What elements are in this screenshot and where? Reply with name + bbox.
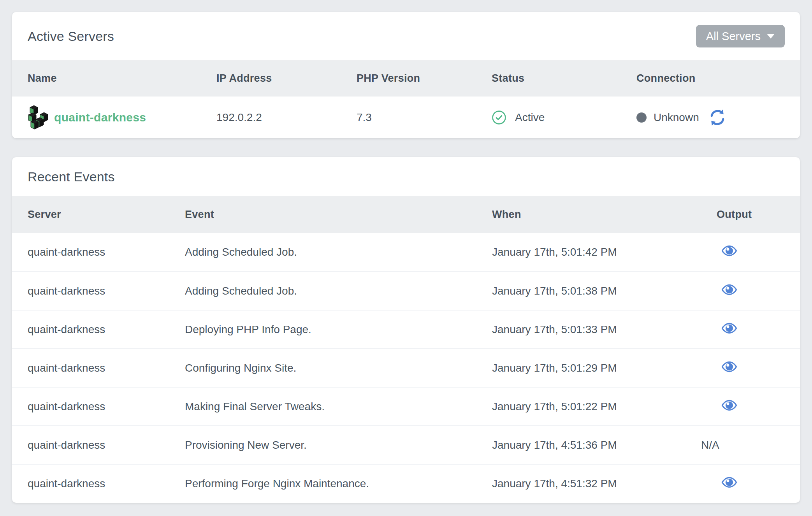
event-when-cell: January 17th, 5:01:38 PM	[476, 272, 701, 310]
server-status-cell: Active	[476, 97, 621, 138]
event-server-cell: quaint-darkness	[12, 233, 169, 272]
active-servers-card: Active Servers All Servers Name IP Addre…	[12, 12, 800, 138]
eye-icon	[721, 245, 737, 256]
column-header-php: PHP Version	[341, 60, 476, 97]
eye-icon	[721, 361, 737, 372]
event-output-cell: N/A	[701, 426, 800, 464]
view-output-button[interactable]	[721, 477, 737, 488]
server-name-cell: quaint-darkness	[12, 97, 201, 138]
view-output-button[interactable]	[721, 323, 737, 334]
event-server-cell: quaint-darkness	[12, 272, 169, 310]
gray-dot-icon	[636, 112, 647, 123]
refresh-connection-icon[interactable]	[708, 109, 726, 126]
event-name-cell: Making Final Server Tweaks.	[169, 387, 476, 426]
recent-events-title: Recent Events	[28, 169, 115, 184]
column-header-name: Name	[12, 60, 201, 97]
eye-icon	[721, 400, 737, 411]
recent-events-table: Server Event When Output quaint-darkness…	[12, 196, 800, 503]
event-output-cell	[701, 387, 800, 426]
eye-icon	[721, 323, 737, 334]
all-servers-dropdown[interactable]: All Servers	[696, 25, 785, 47]
eye-icon	[721, 477, 737, 488]
recent-events-header: Recent Events	[12, 157, 800, 196]
view-output-button[interactable]	[721, 400, 737, 411]
view-output-button[interactable]	[721, 284, 737, 295]
event-server-cell: quaint-darkness	[12, 387, 169, 426]
server-ip-cell: 192.0.2.2	[201, 97, 341, 138]
server-name-link[interactable]: quaint-darkness	[54, 111, 146, 124]
server-php-cell: 7.3	[341, 97, 476, 138]
active-servers-title: Active Servers	[28, 29, 114, 44]
server-connection-cell: Unknown	[621, 97, 800, 138]
event-when-cell: January 17th, 4:51:36 PM	[476, 426, 701, 464]
dashboard-page: Active Servers All Servers Name IP Addre…	[0, 0, 812, 515]
all-servers-dropdown-label: All Servers	[706, 30, 761, 43]
event-when-cell: January 17th, 4:51:32 PM	[476, 464, 701, 503]
event-when-cell: January 17th, 5:01:42 PM	[476, 233, 701, 272]
event-row: quaint-darkness Provisioning New Server.…	[12, 426, 800, 464]
event-output-cell	[701, 272, 800, 310]
column-header-ip: IP Address	[201, 60, 341, 97]
event-output-cell	[701, 464, 800, 503]
server-provider-cubes-icon	[28, 105, 48, 130]
column-header-event: Event	[169, 196, 476, 233]
event-when-cell: January 17th, 5:01:33 PM	[476, 310, 701, 349]
column-header-server: Server	[12, 196, 169, 233]
event-row: quaint-darkness Making Final Server Twea…	[12, 387, 800, 426]
event-name-cell: Adding Scheduled Job.	[169, 233, 476, 272]
event-server-cell: quaint-darkness	[12, 310, 169, 349]
eye-icon	[721, 284, 737, 295]
servers-header-row: Name IP Address PHP Version Status Conne…	[12, 60, 800, 97]
event-server-cell: quaint-darkness	[12, 426, 169, 464]
event-name-cell: Deploying PHP Info Page.	[169, 310, 476, 349]
check-circle-icon	[492, 110, 506, 125]
active-servers-table: Name IP Address PHP Version Status Conne…	[12, 60, 800, 138]
event-row: quaint-darkness Deploying PHP Info Page.…	[12, 310, 800, 349]
column-header-output: Output	[701, 196, 800, 233]
column-header-connection: Connection	[621, 60, 800, 97]
event-name-cell: Configuring Nginx Site.	[169, 349, 476, 387]
server-status-label: Active	[515, 111, 545, 124]
server-row: quaint-darkness 192.0.2.2 7.3 Active	[12, 97, 800, 138]
event-when-cell: January 17th, 5:01:29 PM	[476, 349, 701, 387]
event-server-cell: quaint-darkness	[12, 349, 169, 387]
event-row: quaint-darkness Configuring Nginx Site. …	[12, 349, 800, 387]
event-name-cell: Adding Scheduled Job.	[169, 272, 476, 310]
recent-events-card: Recent Events Server Event When Output q…	[12, 157, 800, 503]
events-header-row: Server Event When Output	[12, 196, 800, 233]
column-header-when: When	[476, 196, 701, 233]
active-servers-header: Active Servers All Servers	[12, 12, 800, 60]
event-name-cell: Provisioning New Server.	[169, 426, 476, 464]
event-output-cell	[701, 233, 800, 272]
event-server-cell: quaint-darkness	[12, 464, 169, 503]
event-name-cell: Performing Forge Nginx Maintenance.	[169, 464, 476, 503]
event-row: quaint-darkness Adding Scheduled Job. Ja…	[12, 233, 800, 272]
server-connection-label: Unknown	[654, 111, 699, 124]
view-output-button[interactable]	[721, 245, 737, 256]
event-when-cell: January 17th, 5:01:22 PM	[476, 387, 701, 426]
event-output-cell	[701, 349, 800, 387]
view-output-button[interactable]	[721, 361, 737, 372]
column-header-status: Status	[476, 60, 621, 97]
event-row: quaint-darkness Adding Scheduled Job. Ja…	[12, 272, 800, 310]
event-row: quaint-darkness Performing Forge Nginx M…	[12, 464, 800, 503]
chevron-down-icon	[767, 34, 775, 39]
event-output-cell	[701, 310, 800, 349]
